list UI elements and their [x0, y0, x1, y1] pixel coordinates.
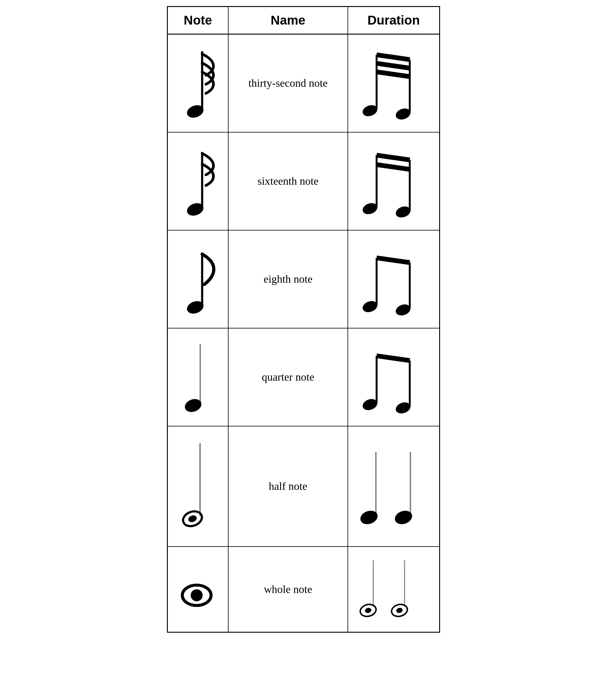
svg-line-7	[377, 63, 410, 68]
duration-quarter	[348, 328, 439, 426]
duration-half	[348, 426, 439, 547]
duration-thirty-second	[348, 35, 439, 132]
name-half: half note	[229, 426, 348, 547]
note-sixteenth	[168, 133, 229, 230]
header-name: Name	[229, 7, 348, 34]
svg-line-30	[377, 356, 410, 360]
svg-line-6	[377, 55, 410, 60]
music-notes-table: Note Name Duration thirty-second note	[167, 6, 440, 633]
name-sixteenth: sixteenth note	[229, 133, 348, 230]
svg-point-45	[396, 607, 403, 614]
note-eighth	[168, 231, 229, 328]
svg-line-16	[377, 165, 410, 170]
svg-point-33	[187, 514, 197, 523]
note-quarter	[168, 328, 229, 426]
name-whole: whole note	[229, 547, 348, 632]
note-thirty-second	[168, 35, 229, 132]
table-row: quarter note	[168, 328, 439, 426]
header-duration: Duration	[348, 7, 439, 34]
svg-line-23	[377, 258, 410, 263]
svg-point-42	[364, 607, 372, 614]
note-whole	[168, 547, 229, 632]
svg-point-39	[191, 589, 203, 601]
name-thirty-second: thirty-second note	[229, 35, 348, 132]
duration-eighth	[348, 231, 439, 328]
duration-sixteenth	[348, 133, 439, 230]
name-eighth: eighth note	[229, 231, 348, 328]
table-header: Note Name Duration	[168, 7, 439, 35]
header-note: Note	[168, 7, 229, 34]
duration-whole	[348, 547, 439, 632]
table-row: sixteenth note	[168, 133, 439, 231]
svg-line-8	[377, 72, 410, 77]
table-row: half note	[168, 426, 439, 547]
table-row: whole note	[168, 547, 439, 632]
table-row: thirty-second note	[168, 35, 439, 133]
table-row: eighth note	[168, 231, 439, 328]
svg-line-15	[377, 155, 410, 160]
name-quarter: quarter note	[229, 328, 348, 426]
note-half	[168, 426, 229, 547]
